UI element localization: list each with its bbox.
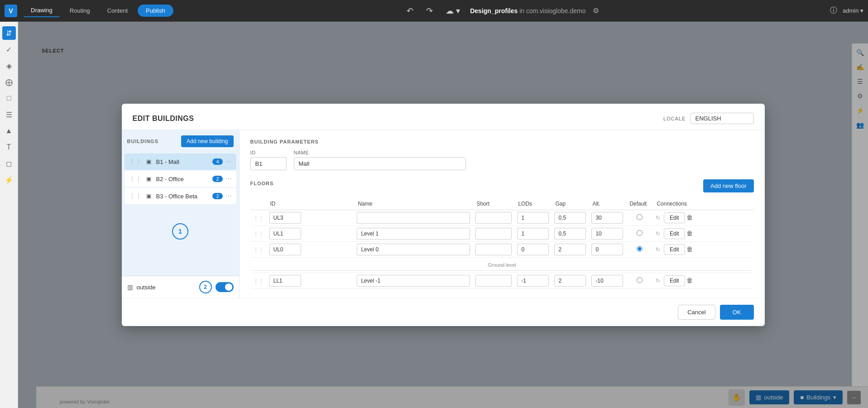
building-name-b3: B3 - Office Beta — [156, 193, 210, 200]
floor-refresh-ul1[interactable]: ↻ — [656, 230, 660, 237]
floor-name-ul0[interactable] — [357, 244, 470, 255]
building-icon-b1: ▣ — [144, 157, 153, 166]
tab-content[interactable]: Content — [100, 5, 135, 17]
undo-button[interactable]: ↶ — [404, 4, 416, 18]
shapes-icon[interactable]: ◻ — [2, 157, 16, 170]
floor-row-ll1: ⋮⋮ ↻ Edit — [250, 273, 754, 289]
redo-button[interactable]: ↷ — [423, 4, 436, 18]
floor-delete-ul3[interactable]: 🗑 — [686, 214, 693, 221]
ok-button[interactable]: OK — [720, 305, 754, 320]
outside-label: outside — [137, 284, 196, 291]
floor-alt-ul1[interactable] — [591, 228, 623, 240]
floor-default-ul0[interactable] — [637, 246, 643, 252]
text-icon[interactable]: T — [2, 140, 16, 154]
floor-name-ll1[interactable] — [357, 275, 470, 287]
floor-refresh-ul3[interactable]: ↻ — [656, 215, 660, 221]
building-name-input[interactable] — [294, 157, 466, 170]
building-id-input[interactable] — [250, 157, 287, 170]
floors-table-header: ID Name Short LODs Gap Alt. Default Conn… — [250, 198, 754, 210]
locale-select[interactable]: ENGLISH FRENCH GERMAN SPANISH — [691, 113, 754, 124]
map-pin-icon[interactable]: ◈ — [2, 59, 16, 72]
outside-toggle[interactable] — [216, 282, 234, 292]
floor-id-ul0[interactable] — [269, 244, 301, 255]
floor-short-ul3[interactable] — [475, 212, 512, 224]
col-lods: LODs — [514, 198, 551, 210]
id-name-row: ID NAME — [250, 150, 754, 170]
canvas-area: SELECT 🔍 ✍ ☰ ⚙ ⚡ 👥 powered by Visioglobe… — [18, 22, 868, 408]
admin-menu[interactable]: admin ▾ — [843, 7, 863, 14]
floor-row-ul0: ⋮⋮ ↻ Edit — [250, 242, 754, 258]
floor-alt-ul3[interactable] — [591, 212, 623, 224]
floor-short-ul0[interactable] — [475, 244, 512, 255]
floor-name-ul1[interactable] — [357, 228, 470, 240]
building-more-b1[interactable]: ⋯ — [225, 158, 232, 165]
building-more-b2[interactable]: ⋯ — [225, 175, 232, 182]
floor-lods-ul0[interactable] — [517, 244, 549, 255]
floor-edit-ll1[interactable]: Edit — [664, 275, 685, 286]
floor-edit-ul3[interactable]: Edit — [664, 212, 685, 223]
publish-button[interactable]: Publish — [138, 5, 173, 17]
add-building-button[interactable]: Add new building — [181, 135, 233, 147]
building-item-b1[interactable]: ⋮⋮ ▣ B1 - Mall 4 ⋯ — [125, 154, 236, 170]
modal-overlay: EDIT BUILDINGS LOCALE ENGLISH FRENCH GER… — [18, 22, 868, 408]
floor-short-ul1[interactable] — [475, 228, 512, 240]
floors-header: FLOORS Add new floor — [250, 179, 754, 192]
floor-id-ul3[interactable] — [269, 212, 301, 224]
name-field-group: NAME — [294, 150, 466, 170]
floor-edit-ul1[interactable]: Edit — [664, 228, 685, 239]
drag-handle-b3: ⋮⋮ — [129, 192, 142, 200]
floor-name-ul3[interactable] — [357, 212, 470, 224]
modal-footer: Cancel OK — [122, 298, 765, 326]
id-field-group: ID — [250, 150, 287, 170]
cursor-tool-icon[interactable]: ⇵ — [2, 26, 16, 40]
crosshair-icon[interactable]: ⨁ — [2, 75, 16, 89]
settings-icon[interactable]: ⚙ — [593, 6, 599, 15]
floor-delete-ul1[interactable]: 🗑 — [686, 230, 693, 237]
building-params-label: BUILDING PARAMETERS — [250, 139, 754, 144]
box-icon[interactable]: □ — [2, 91, 16, 105]
floor-drag-ll1: ⋮⋮ — [253, 278, 264, 284]
topbar-right: ⓘ admin ▾ — [830, 6, 863, 15]
floor-alt-ul0[interactable] — [591, 244, 623, 255]
floor-short-ll1[interactable] — [475, 275, 512, 287]
floor-id-ul1[interactable] — [269, 228, 301, 240]
check-icon[interactable]: ✓ — [2, 43, 16, 56]
floor-delete-ll1[interactable]: 🗑 — [686, 277, 693, 284]
params-panel: BUILDING PARAMETERS ID NAME FLOOR — [240, 130, 765, 298]
floor-gap-ll1[interactable] — [554, 275, 586, 287]
building-more-b3[interactable]: ⋯ — [225, 192, 232, 200]
floor-default-ul1[interactable] — [637, 230, 643, 236]
layers-icon[interactable]: ☰ — [2, 108, 16, 121]
floor-lods-ll1[interactable] — [517, 275, 549, 287]
polygon-icon[interactable]: ▲ — [2, 124, 16, 138]
building-item-b3[interactable]: ⋮⋮ ▣ B3 - Office Beta 2 ⋯ — [125, 188, 236, 204]
floor-id-ll1[interactable] — [269, 275, 301, 287]
floor-default-ul3[interactable] — [637, 214, 643, 220]
lightning-icon[interactable]: ⚡ — [2, 173, 16, 187]
id-field-label: ID — [250, 150, 287, 155]
floor-lods-ul3[interactable] — [517, 212, 549, 224]
project-title: Design_profiles in com.visioglobe.demo — [470, 7, 585, 14]
building-item-b2[interactable]: ⋮⋮ ▣ B2 - Office 2 ⋯ — [125, 171, 236, 187]
floor-gap-ul3[interactable] — [554, 212, 586, 224]
floor-gap-ul1[interactable] — [554, 228, 586, 240]
floor-default-ll1[interactable] — [637, 277, 643, 283]
add-floor-button[interactable]: Add new floor — [703, 179, 754, 192]
ground-level-row: Ground level — [250, 258, 754, 273]
help-icon[interactable]: ⓘ — [830, 6, 837, 15]
topbar-center: ↶ ↷ ☁ ▾ Design_profiles in com.visioglob… — [176, 4, 827, 18]
floor-gap-ul0[interactable] — [554, 244, 586, 255]
floor-refresh-ul0[interactable]: ↻ — [656, 246, 660, 253]
cloud-button[interactable]: ☁ ▾ — [443, 4, 463, 18]
floor-lods-ul1[interactable] — [517, 228, 549, 240]
floor-alt-ll1[interactable] — [591, 275, 623, 287]
floor-delete-ul0[interactable]: 🗑 — [686, 245, 693, 253]
floor-refresh-ll1[interactable]: ↻ — [656, 278, 660, 284]
floors-table: ID Name Short LODs Gap Alt. Default Conn… — [250, 198, 754, 289]
building-name-b2: B2 - Office — [156, 176, 210, 182]
tab-routing[interactable]: Routing — [62, 5, 97, 17]
topbar: V Drawing Routing Content Publish ↶ ↷ ☁ … — [0, 0, 868, 22]
cancel-button[interactable]: Cancel — [678, 305, 715, 320]
tab-drawing[interactable]: Drawing — [24, 4, 60, 17]
floor-edit-ul0[interactable]: Edit — [664, 244, 685, 255]
